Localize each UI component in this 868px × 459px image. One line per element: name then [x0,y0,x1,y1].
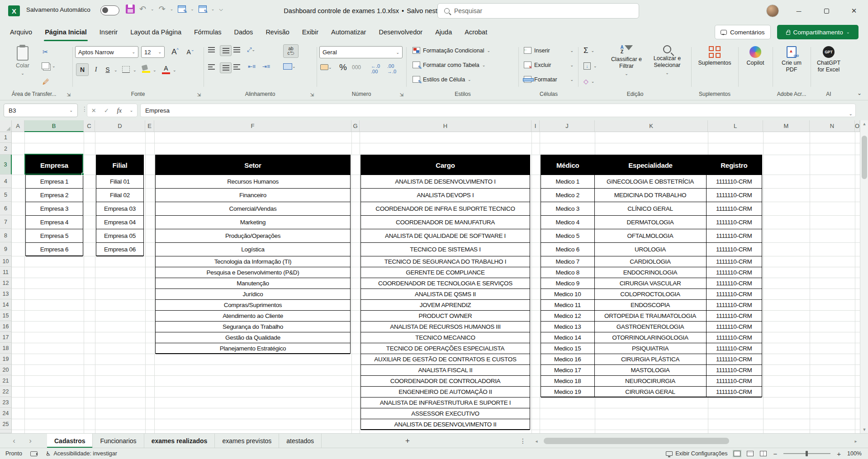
fx-caret-icon[interactable]: ⌄ [130,108,133,113]
ribbon-tab-dados[interactable]: Dados [228,22,259,43]
row-header-10[interactable]: 10 [0,256,12,267]
table-cell[interactable]: ANALISTA DE QUALIDADE DE SOFTWARE I [361,229,530,243]
table-cell[interactable]: ANALISTA DE RECURSOS HUMANOS III [361,322,530,332]
paste-button[interactable]: Colar ⌄ [10,46,35,76]
table-cell[interactable]: Medico 18 [541,376,595,387]
table-cell[interactable]: CIRURGIA PLÁSTICA [595,354,707,365]
ribbon-tab-ajuda[interactable]: Ajuda [429,22,458,43]
row-header-9[interactable]: 9 [0,242,12,256]
redo-icon[interactable]: ↷ [159,5,166,14]
chatgpt-button[interactable]: GPT ChatGPT for Excel [814,46,843,73]
table-cell[interactable]: MASTOLOGIA [595,365,707,376]
profile-avatar[interactable] [766,5,779,17]
row-header-22[interactable]: 22 [0,386,12,397]
vertical-scroll-thumb[interactable] [862,136,867,179]
column-header-F[interactable]: F [154,120,351,132]
table-cell[interactable]: Empresa 3 [26,202,83,216]
table-cell[interactable]: Segurança do Trabalho [156,322,350,332]
column-header-N[interactable]: N [810,120,855,132]
table-cell[interactable]: Empresa 2 [26,189,83,202]
table-cell[interactable]: ANALISTA DE DESENVOLVIMENTO I [361,175,530,189]
table-cell[interactable]: ANALISTA FISCAL II [361,365,530,376]
table-cell[interactable]: COLOPROCTOLOGIA [595,289,707,300]
undo-caret-icon[interactable]: ⌄ [151,7,154,11]
table-cell[interactable]: Marketing [156,216,350,229]
shrink-font-button[interactable]: A⌄ [184,46,197,58]
align-center-button[interactable] [220,62,232,73]
number-format-combo[interactable]: Geral⌄ [319,46,403,58]
decrease-decimal-button[interactable]: .00→.0 [387,63,396,74]
ribbon-tab-exibir[interactable]: Exibir [296,22,325,43]
column-header-J[interactable]: J [540,120,595,132]
table-cell[interactable]: 1111110-CRM [707,189,762,202]
zoom-level[interactable]: 100% [847,450,862,457]
sheet-tab-exames-realizados[interactable]: exames realizados [144,434,215,448]
table-cell[interactable]: GINECOLOGIA E OBSTETRÍCIA [595,175,707,189]
column-header-M[interactable]: M [763,120,810,132]
table-cell[interactable]: Filial 01 [96,175,143,189]
zoom-slider[interactable] [783,453,830,454]
table-cell[interactable]: Produção/Operações [156,229,350,243]
italic-button[interactable]: I [90,63,101,76]
accessibility-status[interactable]: ♿ Acessibilidade: investigar [46,450,117,457]
zoom-out-button[interactable]: − [773,450,777,458]
confirm-entry-icon[interactable]: ✓ [104,107,109,114]
table-cell[interactable]: MEDICINA DO TRABALHO [595,189,707,202]
format-as-table-qat-icon[interactable] [178,5,186,13]
table-cell[interactable]: JOVEM APRENDIZ [361,300,530,311]
table-cell[interactable]: Financeiro [156,189,350,202]
align-top-button[interactable] [208,47,215,52]
ribbon-tab-layout-da-página[interactable]: Layout da Página [124,22,188,43]
medicos-header-0[interactable]: Médico [541,155,595,175]
page-layout-view-icon[interactable] [747,451,754,456]
share-button[interactable]: Compartilhamento ⌄ [777,25,859,39]
horizontal-scrollbar[interactable]: ◂ ▸ [533,436,859,446]
customize-qat-icon[interactable]: ⌵ [219,6,223,12]
row-header-14[interactable]: 14 [0,299,12,310]
table-cell[interactable]: Medico 2 [541,189,595,202]
row-header-6[interactable]: 6 [0,202,12,215]
table-cell[interactable]: PSIQUIATRIA [595,343,707,354]
table-cell[interactable]: Medico 19 [541,387,595,397]
formula-input[interactable]: Empresa ⌄ [140,104,856,117]
borders-icon[interactable] [122,66,130,73]
ribbon-tab-inserir[interactable]: Inserir [93,22,124,43]
table-cell[interactable]: TECNICO DE SISTEMAS I [361,243,530,256]
table-cell[interactable]: COORDENADOR DE TECNOLOGIA E SERVIÇOS [361,278,530,289]
row-header-3[interactable]: 3 [0,155,12,175]
table-cell[interactable]: TECNICO MECANICO [361,332,530,343]
column-header-K[interactable]: K [595,120,708,132]
table-cell[interactable]: Medico 1 [541,175,595,189]
macro-record-icon[interactable] [30,451,38,456]
table-cell[interactable]: Medico 5 [541,229,595,243]
ribbon-tab-desenvolvedor[interactable]: Desenvolvedor [372,22,429,43]
table-cell[interactable]: 1111110-CRM [707,289,762,300]
table-cell[interactable]: 1111110-CRM [707,267,762,278]
row-header-26-partial[interactable] [0,430,12,433]
table-cell[interactable]: Medico 4 [541,216,595,229]
table-cell[interactable]: 1111110-CRM [707,300,762,311]
row-header-11[interactable]: 11 [0,267,12,278]
table-cell[interactable]: Compras/Suprimentos [156,300,350,311]
table-cell[interactable]: 1111110-CRM [707,256,762,267]
cancel-entry-icon[interactable]: ✕ [91,107,96,114]
alignment-dialog-launcher-icon[interactable]: ⇲ [310,92,314,97]
page-break-view-icon[interactable] [760,451,767,456]
row-header-5[interactable]: 5 [0,188,12,202]
redo-caret-icon[interactable]: ⌄ [170,7,174,11]
table-cell[interactable]: Pesquisa e Desenvolvimento (P&D) [156,267,350,278]
ribbon-tab-página-inicial[interactable]: Página Inicial [38,22,93,43]
table-cell[interactable]: 1111110-CRM [707,229,762,243]
wrap-text-button[interactable]: abc⮌ [283,44,299,58]
increase-indent-button[interactable]: ⇥≡ [262,63,270,70]
font-size-combo[interactable]: 12⌄ [141,46,165,58]
row-header-24[interactable]: 24 [0,408,12,419]
ribbon-tab-revisão[interactable]: Revisão [259,22,295,43]
table-cell[interactable]: GASTROENTEROLOGIA [595,322,707,332]
vertical-scrollbar[interactable]: ▲ ▼ [860,120,868,433]
row-header-8[interactable]: 8 [0,229,12,242]
row-header-7[interactable]: 7 [0,215,12,229]
cargo-table-header[interactable]: Cargo [361,155,530,175]
table-cell[interactable]: Medico 10 [541,289,595,300]
table-cell[interactable]: 1111110-CRM [707,343,762,354]
